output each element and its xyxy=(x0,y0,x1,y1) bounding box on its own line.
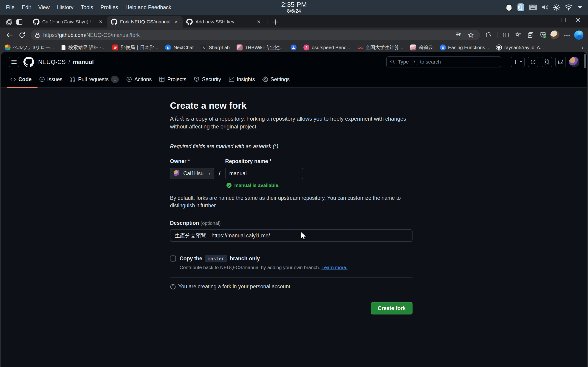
menu-edit[interactable]: Edit xyxy=(22,4,31,10)
divider xyxy=(170,277,413,277)
bookmark-sharplab[interactable]: ?. SharpLab xyxy=(200,44,230,50)
header-separator xyxy=(506,58,506,66)
fork-description-text: A fork is a copy of a repository. Forkin… xyxy=(170,115,413,131)
repository-name-label: Repository name * xyxy=(225,158,303,165)
caret-down-icon: ▾ xyxy=(208,171,210,176)
hamburger-menu-icon[interactable] xyxy=(9,57,19,67)
bookmark-thbwiki[interactable]: THBWiki·专业性... xyxy=(237,44,284,51)
extensions-puzzle-icon[interactable] xyxy=(484,30,494,40)
code-icon xyxy=(10,76,16,82)
bookmark-collegecontest[interactable]: CG 全国大学生计算... xyxy=(357,44,403,51)
scrollbar-thumb[interactable] xyxy=(584,54,586,68)
tab-close-icon[interactable]: ✕ xyxy=(256,19,262,25)
browser-profile-avatar[interactable] xyxy=(550,31,560,40)
bookmarks-overflow-icon[interactable]: › xyxy=(582,44,583,51)
breadcrumb-owner-link[interactable]: NEUQ-CS xyxy=(38,58,66,66)
owner-select[interactable]: Cai1Hsu ▾ xyxy=(170,168,214,179)
tab-issues[interactable]: Issues xyxy=(35,71,66,87)
mouse-cursor xyxy=(299,231,309,241)
bookmark-persona3[interactable]: ペルソナ3リロー... xyxy=(5,44,54,51)
maximize-button[interactable] xyxy=(561,17,566,23)
keyboard-icon[interactable] xyxy=(529,4,537,10)
issue-opened-icon xyxy=(39,76,45,82)
minimize-button[interactable] xyxy=(546,17,552,23)
tab-insights[interactable]: Insights xyxy=(225,71,259,87)
git-pull-request-icon xyxy=(70,76,76,82)
favorite-star-icon[interactable] xyxy=(466,30,476,40)
tab-fork-neuq-cs-manual[interactable]: Fork NEUQ-CS/manual ✕ xyxy=(107,16,183,27)
copy-branch-label[interactable]: Copy the master branch only xyxy=(180,255,260,262)
bookmark-easing-functions[interactable]: E Easing Functions... xyxy=(440,44,489,50)
app-grid-add-icon[interactable] xyxy=(453,30,464,40)
issue-opened-icon xyxy=(530,59,536,65)
split-screen-icon[interactable] xyxy=(501,30,511,40)
tab-pull-requests[interactable]: Pull requests 1 xyxy=(66,71,122,87)
bookmark-icon-only[interactable] xyxy=(291,44,296,50)
tab-close-icon[interactable]: ✕ xyxy=(98,19,104,25)
repository-name-input[interactable] xyxy=(225,168,303,179)
tabstrip-separator xyxy=(27,19,27,25)
github-favicon xyxy=(111,19,117,25)
tab-actions-icon[interactable] xyxy=(14,17,24,27)
favorites-list-icon[interactable] xyxy=(513,30,523,40)
bookmark-japan-post[interactable]: JP 郵便局｜日本郵... xyxy=(112,44,158,51)
tab-cai1hsu-profile[interactable]: Cai1Hsu (Caiyi Shyu) / July 20 ✕ xyxy=(29,16,107,27)
clock-date: 8/6/24 xyxy=(281,8,307,14)
tab-security[interactable]: Security xyxy=(190,71,225,87)
copy-branch-checkbox[interactable] xyxy=(170,256,176,261)
tab-code[interactable]: Code xyxy=(6,71,35,87)
menu-view[interactable]: View xyxy=(38,4,50,10)
pull-requests-button[interactable] xyxy=(542,57,552,67)
address-bar[interactable]: https://github.com/NEUQ-CS/manual/fork xyxy=(31,30,480,40)
required-fields-note: Required fields are marked with an aster… xyxy=(170,143,413,150)
info-icon xyxy=(170,284,176,290)
copilot-icon[interactable] xyxy=(574,31,583,40)
menu-tools[interactable]: Tools xyxy=(81,4,93,10)
caret-down-icon[interactable] xyxy=(577,6,583,9)
new-tab-button[interactable] xyxy=(270,17,281,27)
tab-close-icon[interactable]: ✕ xyxy=(173,19,179,25)
bookmark-liliyun[interactable]: 莉莉云 xyxy=(410,44,433,51)
menu-help-feedback[interactable]: Help and Feedback xyxy=(125,4,171,10)
brightness-icon[interactable] xyxy=(553,4,561,11)
bookmark-osu-speed[interactable]: osu!speed Benc... xyxy=(303,44,350,50)
tab-actions[interactable]: Actions xyxy=(122,71,155,87)
create-fork-button[interactable]: Create fork xyxy=(371,302,413,315)
github-search-input[interactable]: Type / to search xyxy=(386,56,501,67)
breadcrumb-repo-link[interactable]: manual xyxy=(73,58,94,66)
branch-name-chip: master xyxy=(205,255,227,262)
bookmark-raylib[interactable]: raysan5/raylib: A... xyxy=(496,44,544,50)
close-window-button[interactable] xyxy=(575,17,581,23)
back-icon[interactable] xyxy=(5,30,15,40)
menu-file[interactable]: File xyxy=(6,4,15,10)
more-ellipsis-icon[interactable] xyxy=(562,30,572,40)
bookmark-search-results[interactable]: 検索結果 詳細 -... xyxy=(61,44,105,51)
description-input[interactable] xyxy=(170,229,413,242)
clipboard-icon[interactable] xyxy=(517,3,525,12)
os-clock[interactable]: 2:35 PM 8/6/24 xyxy=(281,1,307,14)
play-circle-icon xyxy=(126,76,132,82)
cat-icon[interactable] xyxy=(505,3,513,11)
issues-button[interactable] xyxy=(528,57,538,67)
wifi-icon[interactable] xyxy=(565,4,573,10)
create-new-button[interactable] xyxy=(511,57,525,67)
url-text[interactable]: https://github.com/NEUQ-CS/manual/fork xyxy=(43,32,450,38)
bookmark-nextchat[interactable]: N NextChat xyxy=(165,44,194,50)
lock-icon[interactable] xyxy=(35,32,40,38)
learn-more-link[interactable]: Learn more. xyxy=(321,265,347,270)
owner-field: Owner * Cai1Hsu ▾ xyxy=(170,158,214,179)
volume-icon[interactable] xyxy=(541,4,549,11)
workspaces-icon[interactable] xyxy=(4,17,14,27)
menu-profiles[interactable]: Profiles xyxy=(100,4,118,10)
browser-essentials-icon[interactable] xyxy=(538,30,548,40)
reload-icon[interactable] xyxy=(17,30,27,40)
github-user-avatar[interactable] xyxy=(569,57,579,67)
github-logo-icon[interactable] xyxy=(23,57,34,67)
tab-add-ssh-key[interactable]: Add new SSH key ✕ xyxy=(183,16,265,27)
inbox-button[interactable] xyxy=(555,57,566,67)
menu-history[interactable]: History xyxy=(57,4,73,10)
search-icon xyxy=(390,59,395,65)
tab-projects[interactable]: Projects xyxy=(155,71,190,87)
tab-settings[interactable]: Settings xyxy=(259,71,293,87)
collections-add-icon[interactable] xyxy=(526,30,536,40)
